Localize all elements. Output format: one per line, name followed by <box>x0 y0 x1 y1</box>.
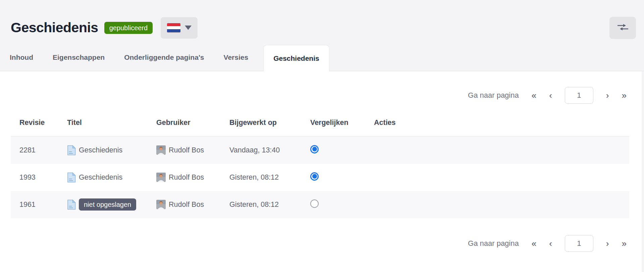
table-row: 1993 Geschiedenis <box>11 164 629 191</box>
tab-inhoud[interactable]: Inhoud <box>0 44 43 71</box>
updated-at: Gisteren, 08:12 <box>229 164 310 191</box>
document-icon <box>67 199 76 210</box>
table-header-row: Revisie Titel Gebruiker Bijgewerkt op Ve… <box>11 113 629 137</box>
actions-cell <box>374 137 629 164</box>
previous-page-button[interactable]: ‹ <box>549 239 552 248</box>
table-row: 2281 Geschiedenis <box>11 137 629 164</box>
next-page-button[interactable]: › <box>606 91 609 100</box>
tab-onderliggende-paginas[interactable]: Onderliggende pagina's <box>114 44 214 71</box>
revision-number: 1961 <box>11 191 67 218</box>
column-header-gebruiker: Gebruiker <box>156 113 229 137</box>
user-avatar <box>156 200 166 209</box>
first-page-button[interactable]: « <box>532 239 536 248</box>
column-header-acties: Acties <box>374 113 629 137</box>
revisions-table-wrap: Revisie Titel Gebruiker Bijgewerkt op Ve… <box>11 113 629 218</box>
goto-page-label: Ga naar pagina <box>468 91 519 100</box>
tab-label: Inhoud <box>10 53 33 61</box>
previous-page-button[interactable]: ‹ <box>549 91 552 100</box>
revision-number: 1993 <box>11 164 67 191</box>
column-header-bijgewerkt-op: Bijgewerkt op <box>229 113 310 137</box>
tab-geschiedenis[interactable]: Geschiedenis <box>263 45 329 71</box>
next-page-button[interactable]: › <box>606 239 609 248</box>
page-header: Geschiedenis gepubliceerd <box>0 0 644 44</box>
actions-cell <box>374 164 629 191</box>
pagination-bottom: Ga naar pagina « ‹ › » <box>0 235 642 252</box>
language-selector-button[interactable] <box>161 17 198 39</box>
user-avatar <box>156 173 166 182</box>
swap-panel-button[interactable] <box>609 17 636 39</box>
tab-label: Onderliggende pagina's <box>124 53 204 61</box>
revision-title: Geschiedenis <box>79 173 122 182</box>
unsaved-badge: niet opgeslagen <box>79 198 136 211</box>
document-icon <box>67 145 76 155</box>
tab-label: Geschiedenis <box>273 54 319 62</box>
user-name: Rudolf Bos <box>169 173 204 182</box>
user-name: Rudolf Bos <box>169 200 204 209</box>
tab-eigenschappen[interactable]: Eigenschappen <box>43 44 114 71</box>
chevron-down-icon <box>185 26 192 30</box>
first-page-button[interactable]: « <box>532 91 536 100</box>
document-icon <box>67 172 76 183</box>
goto-page-label: Ga naar pagina <box>468 239 519 248</box>
table-row: 1961 niet opgeslagen <box>11 191 629 218</box>
updated-at: Vandaag, 13:40 <box>229 137 310 164</box>
tab-label: Versies <box>224 53 249 61</box>
swap-arrows-icon <box>616 23 630 33</box>
user-avatar <box>156 145 166 155</box>
pagination-top: Ga naar pagina « ‹ › » <box>0 87 642 104</box>
actions-cell <box>374 191 629 218</box>
last-page-button[interactable]: » <box>622 91 627 100</box>
revision-number: 2281 <box>11 137 67 164</box>
page-number-input[interactable] <box>565 87 593 104</box>
revision-title: Geschiedenis <box>79 146 122 154</box>
compare-radio[interactable] <box>310 199 319 208</box>
tab-versies[interactable]: Versies <box>214 44 258 71</box>
tab-bar: Inhoud Eigenschappen Onderliggende pagin… <box>0 44 644 71</box>
column-header-revisie: Revisie <box>11 113 67 137</box>
compare-radio[interactable] <box>310 172 319 181</box>
status-badge: gepubliceerd <box>104 22 153 34</box>
column-header-vergelijken: Vergelijken <box>310 113 374 137</box>
last-page-button[interactable]: » <box>622 239 627 248</box>
netherlands-flag-icon <box>167 23 180 33</box>
compare-radio[interactable] <box>310 145 319 153</box>
updated-at: Gisteren, 08:12 <box>229 191 310 218</box>
history-panel: Ga naar pagina « ‹ › » Revisie Titel Geb… <box>0 71 642 272</box>
page-title: Geschiedenis <box>11 20 98 36</box>
tab-label: Eigenschappen <box>53 53 105 61</box>
column-header-titel: Titel <box>67 113 156 137</box>
revisions-table: Revisie Titel Gebruiker Bijgewerkt op Ve… <box>11 113 629 218</box>
user-name: Rudolf Bos <box>169 146 204 154</box>
page-number-input[interactable] <box>565 235 593 252</box>
